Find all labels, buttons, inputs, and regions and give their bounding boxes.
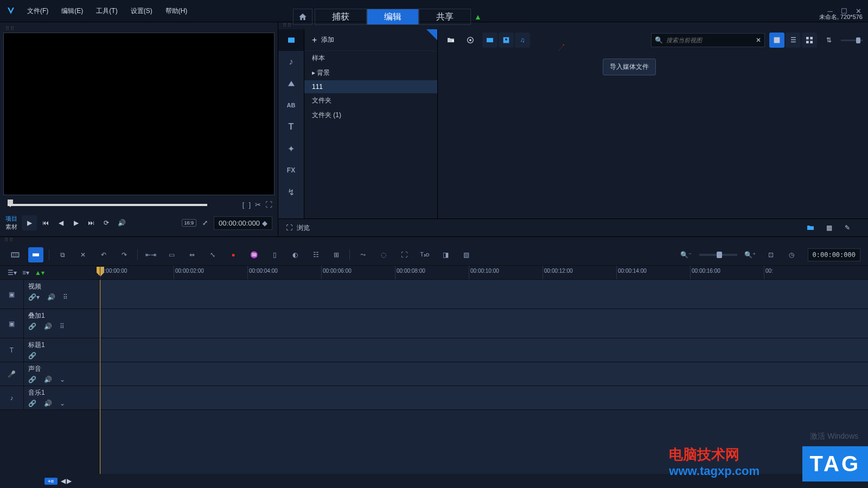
link-icon[interactable]: 🔗 [28,323,36,330]
view-grid-button[interactable] [802,33,817,48]
lane-overlay[interactable] [100,309,868,338]
search-box[interactable]: 🔍 ✕ [651,33,765,47]
lane-voice[interactable] [100,362,868,386]
menu-settings[interactable]: 设置(S) [125,4,158,18]
menu-tools[interactable]: 工具(T) [91,4,123,18]
filter-video-button[interactable] [482,33,497,48]
filter-photo-button[interactable] [499,33,514,48]
folder-folder[interactable]: 文件夹 [304,93,437,108]
view-list-button[interactable]: ☰ [786,33,801,48]
fit-button[interactable]: ⇤⇥ [143,247,158,262]
link-icon[interactable]: 🔗 [28,376,36,383]
loop-button[interactable]: ⟳ [100,216,113,229]
record-button[interactable]: ● [226,247,241,262]
lock-icon[interactable]: ⠿ [60,323,65,330]
tools-button[interactable]: ✕ [75,247,91,262]
expand-icon[interactable]: ⌄ [60,376,65,383]
add-folder-button[interactable]: +添加 [304,29,437,51]
prev-frame-button[interactable]: ◀ [54,216,67,229]
folder-background[interactable]: ▸ 背景 [304,66,437,80]
scroll-right[interactable]: ▶ [67,477,72,485]
home-button[interactable] [293,9,312,25]
chapter-button[interactable]: ▯ [267,247,282,262]
folder-folder1[interactable]: 文件夹 (1) [304,108,437,123]
lane-video[interactable] [100,280,868,309]
search-input[interactable] [666,37,752,43]
menu-help[interactable]: 帮助(H) [160,4,193,18]
folder-sample[interactable]: 样本 [304,51,437,66]
undo-button[interactable]: ↶ [96,247,111,262]
mask-button[interactable]: ◨ [438,247,453,262]
marker-add[interactable]: ▲▾ [35,269,44,277]
storyboard-view-button[interactable] [8,247,23,262]
menu-edit[interactable]: 编辑(E) [56,4,88,18]
mute-icon[interactable]: 🔊 [47,293,55,301]
zoom-slider[interactable] [699,254,737,256]
next-frame-button[interactable]: ▶ [69,216,82,229]
video-preview[interactable] [3,33,275,195]
import-media-button[interactable] [443,33,458,48]
link-icon[interactable]: 🔗▾ [28,293,40,301]
fullscreen-icon[interactable]: ⛶ [265,201,272,209]
panel-grip[interactable]: ⠿⠿ [3,25,275,31]
redo-button[interactable]: ↷ [117,247,132,262]
preview-timecode[interactable]: 00:00:00:000◆ [214,216,272,230]
browse-icon[interactable]: ⛶ [286,224,292,232]
aspect-ratio[interactable]: 16:9 [182,219,197,227]
lib-footer-folder-icon[interactable] [803,220,818,235]
track-head-video[interactable]: ▣ 视频🔗▾🔊⠿ [0,280,99,309]
go-start-button[interactable]: ⏮ [39,216,52,229]
sidetab-fx[interactable]: FX [278,159,304,181]
fit-project-button[interactable]: ⊡ [763,247,778,262]
filter-audio-button[interactable]: ♫ [515,33,530,48]
zoom-in-button[interactable]: 🔍⁺ [743,247,758,262]
slip-button[interactable]: ⇔ [184,247,200,262]
safe-zone-button[interactable]: ▭ [164,247,179,262]
track-head-overlay[interactable]: ▣ 叠加1🔗🔊⠿ [0,309,99,338]
audio-mix-button[interactable]: ♒ [246,247,261,262]
player-tab-material[interactable]: 素材 [5,223,17,231]
play-button[interactable]: ▶ [22,215,37,230]
lock-icon[interactable]: ⠿ [63,293,68,301]
rotate-button[interactable]: ◌ [376,247,391,262]
upload-icon[interactable]: ▲ [474,12,482,21]
link-icon[interactable]: 🔗 [28,400,36,407]
grid-button[interactable]: ⊞ [329,247,344,262]
add-track-button[interactable]: +≡ [44,478,58,485]
timeline-view-button[interactable] [28,247,43,262]
subtitle-button[interactable]: ☷ [308,247,323,262]
panel-grip[interactable]: ⠿⠿ [0,237,868,243]
sidetab-audio[interactable]: ♪ [278,51,304,73]
resize-icon[interactable]: ⤢ [199,216,212,229]
preview-scrubber[interactable]: [ ] ✂ ⛶ [5,201,272,211]
sidetab-title[interactable]: AB [278,94,304,116]
sidetab-media[interactable] [278,29,304,51]
sidetab-overlay[interactable]: ✦ [278,138,304,159]
3d-title-button[interactable]: T₃ᴅ [417,247,432,262]
go-end-button[interactable]: ⏭ [85,216,98,229]
multi-button[interactable]: ◐ [288,247,303,262]
track-body[interactable] [100,280,868,474]
crop-button[interactable]: ⛶ [397,247,412,262]
playhead-line[interactable] [100,280,100,474]
capture-button[interactable] [463,33,478,48]
zoom-out-button[interactable]: 🔍⁻ [679,247,694,262]
tab-edit[interactable]: 编辑 [367,9,419,25]
tab-capture[interactable]: 捕获 [315,9,367,25]
track-menu-1[interactable]: ☰▾ [8,269,17,277]
timeline-scrollbar[interactable]: +≡ ◀▶ [0,474,868,488]
track-head-voice[interactable]: 🎤 声音🔗🔊⌄ [0,362,99,386]
slide-button[interactable]: ⤡ [205,247,220,262]
mark-out-icon[interactable]: ] [248,201,251,209]
player-tab-project[interactable]: 项目 [5,215,17,223]
lane-title[interactable] [100,338,868,362]
folder-111[interactable]: 111 [304,80,437,93]
sidetab-transition[interactable] [278,73,304,94]
sidetab-text[interactable]: T [278,116,304,138]
mute-icon[interactable]: 🔊 [44,323,52,330]
sort-button[interactable]: ⇅ [821,33,837,48]
split-icon[interactable]: ✂ [255,201,261,209]
time-ruler[interactable]: 0:00:00:00 00:00:02:00 00:00:04:00 00:00… [100,266,868,279]
volume-button[interactable]: 🔊 [115,216,128,229]
pin-icon[interactable] [426,29,437,40]
